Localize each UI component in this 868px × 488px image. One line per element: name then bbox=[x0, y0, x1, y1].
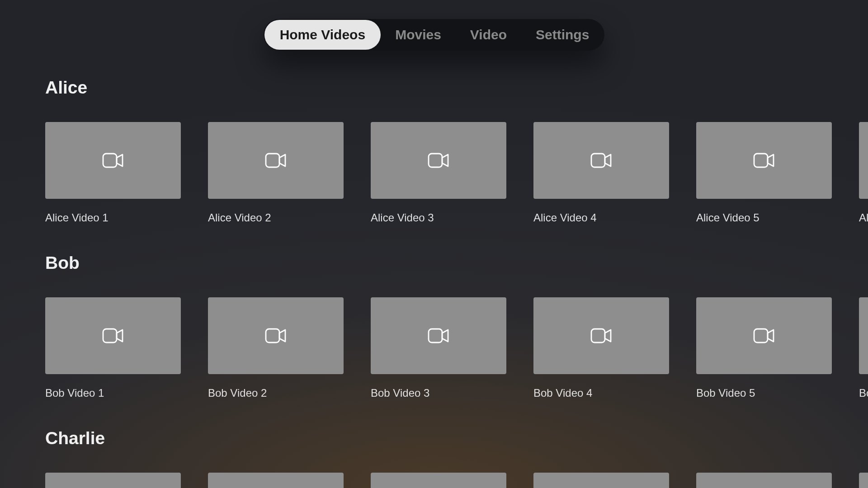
video-icon bbox=[265, 327, 287, 344]
video-title: Bob Video 3 bbox=[371, 387, 506, 399]
section-title: Charlie bbox=[0, 428, 868, 448]
video-thumbnail[interactable] bbox=[859, 473, 868, 488]
tab-home-videos[interactable]: Home Videos bbox=[264, 20, 381, 50]
video-title: Bob Video 5 bbox=[696, 387, 832, 399]
video-icon bbox=[753, 152, 775, 169]
video-icon bbox=[428, 152, 449, 169]
video-tile[interactable]: Alice Video 3 bbox=[371, 122, 506, 224]
video-thumbnail[interactable] bbox=[371, 473, 506, 488]
video-tile[interactable]: Charlie Video 6 bbox=[859, 473, 868, 488]
video-row[interactable]: Alice Video 1 Alice Video 2 Alice Video … bbox=[0, 122, 868, 224]
video-thumbnail[interactable] bbox=[533, 297, 669, 374]
video-thumbnail[interactable] bbox=[533, 122, 669, 199]
tab-settings[interactable]: Settings bbox=[521, 20, 604, 50]
video-thumbnail[interactable] bbox=[208, 122, 344, 199]
video-title: Alice Video 1 bbox=[45, 211, 181, 224]
video-title: Alice Video 2 bbox=[208, 211, 344, 224]
video-tile[interactable]: Alice Video 2 bbox=[208, 122, 344, 224]
video-title: Alice Video 3 bbox=[371, 211, 506, 224]
tab-movies[interactable]: Movies bbox=[381, 20, 456, 50]
video-thumbnail[interactable] bbox=[533, 473, 669, 488]
svg-rect-1 bbox=[266, 154, 279, 167]
video-thumbnail[interactable] bbox=[45, 473, 181, 488]
video-title: Bob Video 1 bbox=[45, 387, 181, 399]
section-bob: Bob Bob Video 1 Bob Video 2 bbox=[0, 253, 868, 399]
video-tile[interactable]: Alice Video 1 bbox=[45, 122, 181, 224]
video-title: Alice Video 4 bbox=[533, 211, 669, 224]
video-title: Alice Video 6 bbox=[859, 211, 868, 224]
svg-rect-10 bbox=[754, 329, 768, 343]
video-title: Bob Video 4 bbox=[533, 387, 669, 399]
video-icon bbox=[428, 327, 449, 344]
video-tile[interactable]: Alice Video 6 bbox=[859, 122, 868, 224]
svg-rect-8 bbox=[429, 329, 442, 343]
video-thumbnail[interactable] bbox=[208, 473, 344, 488]
video-tile[interactable]: Charlie Video 5 bbox=[696, 473, 832, 488]
svg-rect-6 bbox=[103, 329, 117, 343]
video-title: Bob Video 6 bbox=[859, 387, 868, 399]
video-icon bbox=[590, 152, 612, 169]
video-thumbnail[interactable] bbox=[696, 122, 832, 199]
video-thumbnail[interactable] bbox=[859, 122, 868, 199]
tab-label: Video bbox=[470, 27, 507, 42]
video-thumbnail[interactable] bbox=[696, 473, 832, 488]
svg-rect-0 bbox=[103, 154, 117, 167]
video-tile[interactable]: Bob Video 5 bbox=[696, 297, 832, 399]
video-title: Alice Video 5 bbox=[696, 211, 832, 224]
video-tile[interactable]: Bob Video 6 bbox=[859, 297, 868, 399]
video-row[interactable]: Bob Video 1 Bob Video 2 Bob Video 3 bbox=[0, 297, 868, 399]
section-title: Bob bbox=[0, 253, 868, 273]
section-charlie: Charlie Charlie Video 1 Charlie Video 2 bbox=[0, 428, 868, 488]
tab-video[interactable]: Video bbox=[456, 20, 521, 50]
video-icon bbox=[102, 327, 124, 344]
video-thumbnail[interactable] bbox=[696, 297, 832, 374]
video-thumbnail[interactable] bbox=[45, 297, 181, 374]
video-title: Bob Video 2 bbox=[208, 387, 344, 399]
tab-label: Home Videos bbox=[280, 27, 366, 42]
svg-rect-4 bbox=[754, 154, 768, 167]
video-tile[interactable]: Charlie Video 3 bbox=[371, 473, 506, 488]
video-tile[interactable]: Bob Video 3 bbox=[371, 297, 506, 399]
video-icon bbox=[590, 327, 612, 344]
video-tile[interactable]: Bob Video 2 bbox=[208, 297, 344, 399]
video-tile[interactable]: Alice Video 5 bbox=[696, 122, 832, 224]
video-thumbnail[interactable] bbox=[45, 122, 181, 199]
video-tile[interactable]: Bob Video 1 bbox=[45, 297, 181, 399]
tab-bar: Home Videos Movies Video Settings bbox=[264, 19, 605, 51]
video-tile[interactable]: Bob Video 4 bbox=[533, 297, 669, 399]
video-thumbnail[interactable] bbox=[371, 297, 506, 374]
video-tile[interactable]: Charlie Video 4 bbox=[533, 473, 669, 488]
section-title: Alice bbox=[0, 78, 868, 98]
top-nav-container: Home Videos Movies Video Settings bbox=[0, 0, 868, 51]
video-thumbnail[interactable] bbox=[371, 122, 506, 199]
svg-rect-7 bbox=[266, 329, 279, 343]
tab-label: Movies bbox=[395, 27, 441, 42]
video-icon bbox=[753, 327, 775, 344]
video-row[interactable]: Charlie Video 1 Charlie Video 2 Charlie … bbox=[0, 473, 868, 488]
video-thumbnail[interactable] bbox=[208, 297, 344, 374]
video-thumbnail[interactable] bbox=[859, 297, 868, 374]
section-alice: Alice Alice Video 1 Alice Video 2 bbox=[0, 78, 868, 224]
video-tile[interactable]: Charlie Video 2 bbox=[208, 473, 344, 488]
video-tile[interactable]: Charlie Video 1 bbox=[45, 473, 181, 488]
video-tile[interactable]: Alice Video 4 bbox=[533, 122, 669, 224]
video-icon bbox=[265, 152, 287, 169]
tab-label: Settings bbox=[536, 27, 589, 42]
svg-rect-9 bbox=[591, 329, 605, 343]
svg-rect-3 bbox=[591, 154, 605, 167]
video-icon bbox=[102, 152, 124, 169]
svg-rect-2 bbox=[429, 154, 442, 167]
content-area: Alice Alice Video 1 Alice Video 2 bbox=[0, 51, 868, 488]
